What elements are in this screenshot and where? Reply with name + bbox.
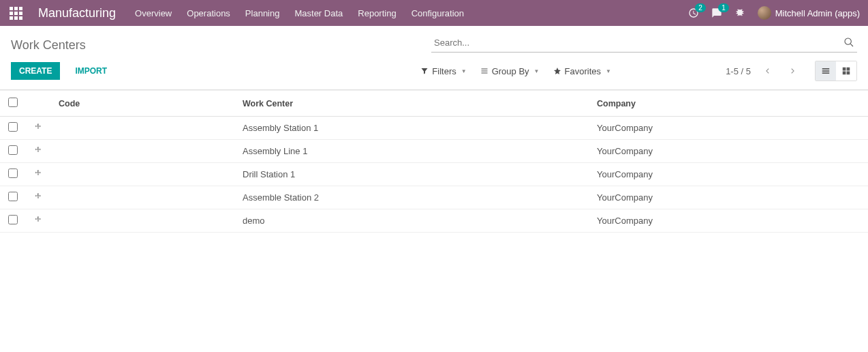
cell-work-center: demo bbox=[234, 209, 589, 233]
search-box[interactable] bbox=[431, 34, 857, 53]
breadcrumb: Work Centers bbox=[11, 34, 431, 53]
drag-handle-icon[interactable] bbox=[26, 117, 50, 140]
star-icon bbox=[553, 67, 561, 75]
cell-code bbox=[50, 163, 234, 186]
table-row[interactable]: Drill Station 1YourCompany bbox=[0, 163, 868, 186]
cell-work-center: Drill Station 1 bbox=[234, 163, 589, 186]
favorites-menu[interactable]: Favorites▼ bbox=[553, 66, 611, 76]
menu-operations[interactable]: Operations bbox=[187, 8, 230, 18]
view-switcher bbox=[815, 61, 857, 81]
drag-handle-icon[interactable] bbox=[26, 163, 50, 186]
debug-button[interactable] bbox=[734, 8, 745, 18]
cell-code bbox=[50, 117, 234, 140]
chevron-left-icon bbox=[764, 66, 771, 76]
table-row[interactable]: demoYourCompany bbox=[0, 209, 868, 233]
view-list[interactable] bbox=[816, 61, 836, 80]
cell-code bbox=[50, 186, 234, 209]
main-navbar: Manufacturing Overview Operations Planni… bbox=[0, 0, 868, 26]
cell-company: YourCompany bbox=[589, 209, 868, 233]
menu-overview[interactable]: Overview bbox=[135, 8, 172, 18]
col-code[interactable]: Code bbox=[50, 91, 234, 117]
row-checkbox[interactable] bbox=[8, 215, 18, 224]
drag-handle-icon[interactable] bbox=[26, 209, 50, 233]
activities-badge: 2 bbox=[695, 3, 706, 12]
cell-company: YourCompany bbox=[589, 163, 868, 186]
select-all-checkbox[interactable] bbox=[8, 98, 18, 107]
pager-prev[interactable] bbox=[760, 61, 775, 80]
app-brand[interactable]: Manufacturing bbox=[38, 6, 116, 20]
drag-handle-icon[interactable] bbox=[26, 186, 50, 209]
cell-work-center: Assemble Station 2 bbox=[234, 186, 589, 209]
drag-handle-icon[interactable] bbox=[26, 140, 50, 163]
row-checkbox[interactable] bbox=[8, 145, 18, 155]
svg-line-1 bbox=[850, 44, 853, 46]
work-centers-table: Code Work Center Company Assembly Statio… bbox=[0, 90, 868, 233]
chevron-down-icon: ▼ bbox=[534, 68, 540, 74]
row-checkbox[interactable] bbox=[8, 122, 18, 132]
user-name: Mitchell Admin (apps) bbox=[775, 8, 860, 18]
list-view-icon bbox=[821, 66, 831, 76]
cell-code bbox=[50, 209, 234, 233]
list-icon bbox=[480, 67, 489, 75]
discuss-badge: 1 bbox=[718, 3, 729, 12]
menu-reporting[interactable]: Reporting bbox=[358, 8, 396, 18]
bug-icon bbox=[734, 8, 745, 18]
filter-icon bbox=[420, 67, 429, 75]
top-menu: Overview Operations Planning Master Data… bbox=[135, 8, 464, 18]
apps-icon[interactable] bbox=[8, 4, 26, 23]
chevron-down-icon: ▼ bbox=[606, 68, 611, 74]
avatar-icon bbox=[758, 6, 771, 20]
table-row[interactable]: Assembly Station 1YourCompany bbox=[0, 117, 868, 140]
col-company[interactable]: Company bbox=[589, 91, 868, 117]
discuss-button[interactable]: 1 bbox=[711, 8, 722, 18]
activities-button[interactable]: 2 bbox=[688, 8, 699, 18]
create-button[interactable]: Create bbox=[11, 62, 60, 80]
chevron-right-icon bbox=[789, 66, 796, 76]
col-work-center[interactable]: Work Center bbox=[234, 91, 589, 117]
search-input[interactable] bbox=[434, 38, 839, 48]
cell-company: YourCompany bbox=[589, 117, 868, 140]
kanban-view-icon bbox=[841, 66, 851, 76]
filters-menu[interactable]: Filters▼ bbox=[420, 66, 466, 76]
cell-company: YourCompany bbox=[589, 140, 868, 163]
cell-work-center: Assembly Line 1 bbox=[234, 140, 589, 163]
control-panel: Work Centers Create Import Filters▼ Grou… bbox=[0, 26, 868, 90]
row-checkbox[interactable] bbox=[8, 168, 18, 178]
menu-master-data[interactable]: Master Data bbox=[294, 8, 343, 18]
nav-right: 2 1 Mitchell Admin (apps) bbox=[688, 6, 860, 20]
cell-company: YourCompany bbox=[589, 186, 868, 209]
table-row[interactable]: Assembly Line 1YourCompany bbox=[0, 140, 868, 163]
menu-configuration[interactable]: Configuration bbox=[412, 8, 464, 18]
cell-code bbox=[50, 140, 234, 163]
pager-next[interactable] bbox=[785, 61, 800, 80]
cell-work-center: Assembly Station 1 bbox=[234, 117, 589, 140]
view-kanban[interactable] bbox=[836, 61, 856, 80]
row-checkbox[interactable] bbox=[8, 192, 18, 201]
menu-planning[interactable]: Planning bbox=[245, 8, 280, 18]
search-icon bbox=[843, 37, 854, 48]
pager[interactable]: 1-5 / 5 bbox=[726, 66, 751, 76]
groupby-menu[interactable]: Group By▼ bbox=[480, 66, 540, 76]
import-button[interactable]: Import bbox=[67, 62, 115, 80]
table-row[interactable]: Assemble Station 2YourCompany bbox=[0, 186, 868, 209]
user-menu[interactable]: Mitchell Admin (apps) bbox=[758, 6, 860, 20]
svg-point-0 bbox=[845, 38, 851, 44]
chevron-down-icon: ▼ bbox=[461, 68, 467, 74]
